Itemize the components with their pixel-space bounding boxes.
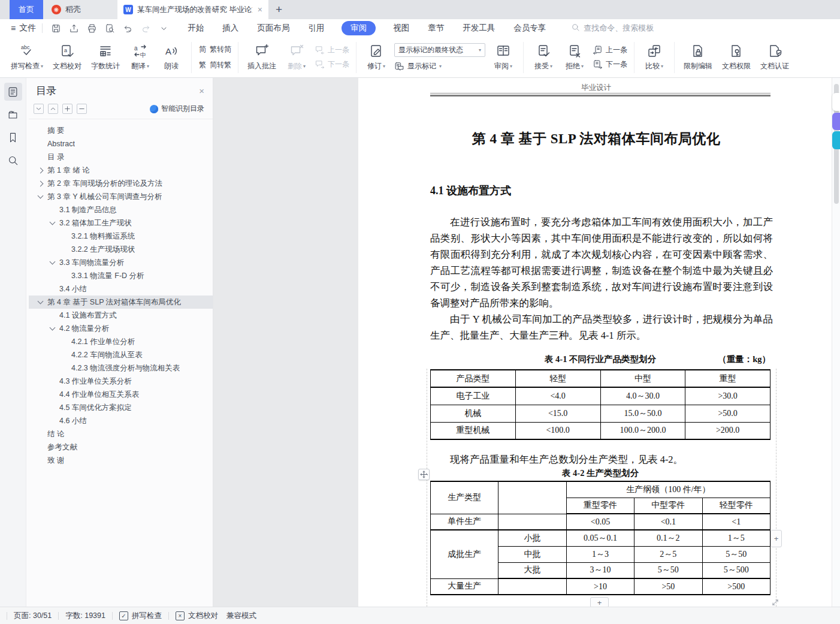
chevron-down-icon[interactable] xyxy=(50,219,56,225)
chevron-down-icon[interactable] xyxy=(38,299,44,305)
menu-view[interactable]: 视图 xyxy=(392,21,410,35)
export-button[interactable] xyxy=(67,22,81,35)
toc-zoom-out-button[interactable] xyxy=(77,104,87,114)
review-pane-button[interactable]: 审阅▾ xyxy=(488,41,519,74)
status-doc-proof[interactable]: × 文档校对 xyxy=(176,611,218,621)
chevron-down-icon[interactable] xyxy=(50,325,56,331)
simp-to-trad-button[interactable]: 繁 简转繁 xyxy=(198,59,231,71)
page-indicator[interactable]: 页面: 30/51 xyxy=(14,611,52,621)
spell-check-button[interactable]: abc 拼写检查▾ xyxy=(6,41,48,74)
toc-item[interactable]: 4.2.2 车间物流从至表 xyxy=(29,348,213,361)
toc-item[interactable]: 第 1 章 绪 论 xyxy=(29,164,213,177)
markup-state-dropdown[interactable]: 显示标记的最终状态▾ xyxy=(394,43,485,57)
prev-change-button[interactable]: 上一条 xyxy=(593,45,627,55)
toc-item[interactable]: 第 2 章 车间现场分析的理论及方法 xyxy=(29,177,213,190)
new-tab-button[interactable]: + xyxy=(268,0,289,19)
toc-item[interactable]: 4.2 物流量分析 xyxy=(29,322,213,335)
table-move-handle-icon[interactable] xyxy=(418,469,430,480)
smart-toc-button[interactable]: 智能识别目录 xyxy=(150,104,204,114)
read-aloud-button[interactable]: A 朗读 xyxy=(156,41,187,74)
insert-comment-button[interactable]: 插入批注 xyxy=(243,41,281,74)
toc-item[interactable]: 3.1 制造产品信息 xyxy=(29,203,213,216)
status-spell-check[interactable]: ✓ 拼写检查 xyxy=(119,611,162,621)
tab-home[interactable]: 首页 xyxy=(10,0,43,19)
menu-review[interactable]: 审阅 xyxy=(342,21,376,35)
toc-item[interactable]: 3.3.1 物流量 F-D 分析 xyxy=(29,269,213,282)
menu-references[interactable]: 引用 xyxy=(307,21,325,35)
redo-button[interactable] xyxy=(138,22,153,35)
chevron-right-icon[interactable] xyxy=(38,181,44,187)
restrict-editing-button[interactable]: 限制编辑 xyxy=(679,41,717,74)
print-preview-button[interactable] xyxy=(102,22,117,35)
outline-panel-button[interactable] xyxy=(4,83,22,101)
toc-item[interactable]: 4.2.1 作业单位分析 xyxy=(29,335,213,348)
toc-zoom-in-button[interactable] xyxy=(62,104,72,114)
search-panel-button[interactable] xyxy=(4,151,22,169)
menu-start[interactable]: 开始 xyxy=(186,21,205,35)
reject-button[interactable]: 拒绝▾ xyxy=(559,41,590,74)
toc-item[interactable]: Abstract xyxy=(29,137,213,150)
compare-button[interactable]: 比较▾ xyxy=(639,41,670,74)
toc-item[interactable]: 3.2.1 物料搬运系统 xyxy=(29,230,213,243)
toc-item[interactable]: 3.2.2 生产现场现状 xyxy=(29,243,213,256)
toc-item[interactable]: 3.3 车间物流量分析 xyxy=(29,256,213,269)
document-page[interactable]: 毕业设计 第 4 章 基于 SLP 法对箱体车间布局优化 4.1 设施布置方式 … xyxy=(358,78,832,607)
next-change-button[interactable]: 下一条 xyxy=(593,59,627,70)
clipboard-panel-button[interactable] xyxy=(4,105,22,123)
undo-button[interactable] xyxy=(120,22,135,35)
chevron-right-icon[interactable] xyxy=(38,168,44,174)
file-menu-button[interactable]: ≡ 文件 xyxy=(11,23,36,34)
tab-docer[interactable]: ❋ 稻壳 xyxy=(43,0,117,19)
next-comment-button[interactable]: 下一条 xyxy=(315,59,349,70)
menu-page-layout[interactable]: 页面布局 xyxy=(256,21,291,35)
toc-item[interactable]: 致 谢 xyxy=(29,454,213,467)
customize-toolbar-chevron-icon[interactable] xyxy=(156,22,171,35)
translate-button[interactable]: a中 翻译▾ xyxy=(125,41,156,74)
word-count-indicator[interactable]: 字数: 19391 xyxy=(65,611,105,621)
menu-insert[interactable]: 插入 xyxy=(221,21,240,35)
toc-item[interactable]: 第 4 章 基于 SLP 法对箱体车间布局优化 xyxy=(29,296,213,309)
toc-item[interactable]: 4.5 车间优化方案拟定 xyxy=(29,401,213,414)
toc-item[interactable]: 4.3 作业单位关系分析 xyxy=(29,375,213,388)
vertical-scrollbar[interactable] xyxy=(832,78,840,607)
toc-item[interactable]: 摘 要 xyxy=(29,124,213,137)
show-markup-button[interactable]: 显示标记▾ xyxy=(394,61,485,71)
accept-button[interactable]: 接受▾ xyxy=(528,41,559,74)
doc-proof-button[interactable]: a 文档校对 xyxy=(48,41,86,74)
chevron-down-icon[interactable] xyxy=(38,193,44,199)
menu-section[interactable]: 章节 xyxy=(427,21,445,35)
prev-comment-button[interactable]: 上一条 xyxy=(315,45,349,55)
toc-item[interactable]: 4.2.3 物流强度分析与物流相关表 xyxy=(29,361,213,375)
toc-item[interactable]: 4.4 作业单位相互关系表 xyxy=(29,388,213,401)
toc-item[interactable]: 3.4 小结 xyxy=(29,282,213,296)
close-tab-icon[interactable]: × xyxy=(256,5,264,14)
toc-item[interactable]: 参考文献 xyxy=(29,441,213,454)
delete-comment-button[interactable]: 删除▾ xyxy=(281,41,312,74)
toc-item[interactable]: 第 3 章 Y 机械公司车间调查与分析 xyxy=(29,190,213,203)
side-tool-button-cyan[interactable] xyxy=(832,131,840,149)
command-search-box[interactable]: 查找命令、搜索模板 xyxy=(571,23,654,34)
toc-item[interactable]: 4.6 小结 xyxy=(29,414,213,427)
toc-item[interactable]: 结 论 xyxy=(29,427,213,441)
toc-item[interactable]: 目 录 xyxy=(29,150,213,164)
chevron-down-icon[interactable] xyxy=(50,259,56,265)
track-changes-button[interactable]: 修订▾ xyxy=(361,41,392,74)
bookmark-panel-button[interactable] xyxy=(4,128,22,146)
add-column-button[interactable]: + xyxy=(770,530,782,547)
tab-document[interactable]: W 某车间生产现场的改善研究 毕业论文 × xyxy=(117,0,268,19)
side-tool-button-purple[interactable] xyxy=(832,113,840,130)
save-button[interactable] xyxy=(49,22,63,35)
toc-item[interactable]: 3.2 箱体加工生产现状 xyxy=(29,216,213,230)
close-toc-icon[interactable]: × xyxy=(199,86,204,96)
menu-member[interactable]: 会员专享 xyxy=(512,21,547,35)
toc-item[interactable]: 4.1 设施布置方式 xyxy=(29,309,213,322)
side-tool-button[interactable] xyxy=(832,93,840,111)
word-count-button[interactable]: 字数统计 xyxy=(86,41,125,74)
collapse-all-button[interactable] xyxy=(48,104,58,114)
trad-to-simp-button[interactable]: 简 繁转简 xyxy=(198,44,231,55)
expand-all-button[interactable] xyxy=(34,104,44,114)
doc-certify-button[interactable]: 文档认证 xyxy=(756,41,794,74)
print-button[interactable] xyxy=(84,22,99,35)
doc-permission-button[interactable]: 文档权限 xyxy=(717,41,756,74)
menu-dev-tools[interactable]: 开发工具 xyxy=(461,21,496,35)
